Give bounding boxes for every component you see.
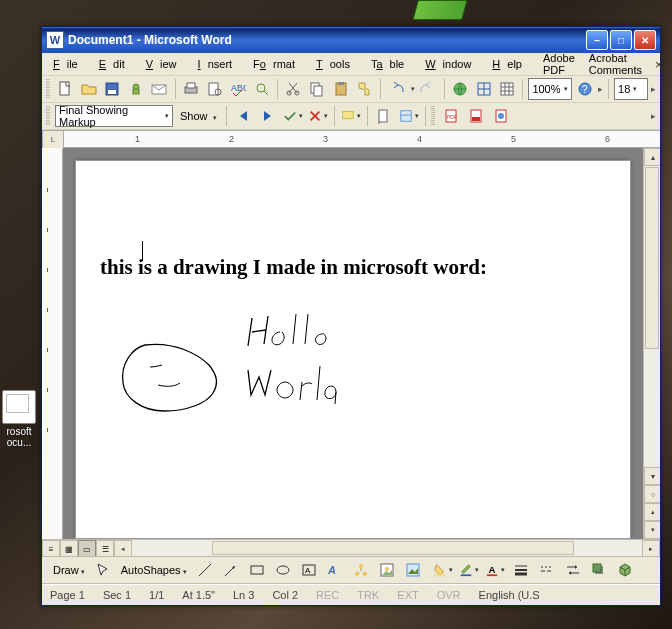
document-drawing[interactable] [100,300,390,450]
document-page[interactable]: this is a drawing I made in microsoft wo… [75,160,631,539]
show-menu[interactable]: Show ▾ [176,110,221,122]
svg-rect-58 [486,574,497,576]
open-icon[interactable] [78,78,99,100]
redo-icon[interactable] [418,78,439,100]
diagram-icon[interactable] [350,559,372,581]
status-lang[interactable]: English (U.S [477,589,542,601]
font-size-combo[interactable]: 18▾ [614,78,648,100]
vertical-ruler[interactable] [42,148,63,539]
menu-tools[interactable]: Tools [309,56,364,72]
scroll-v-thumb[interactable] [645,167,659,349]
textbox-icon[interactable]: A [298,559,320,581]
clipart-icon[interactable] [376,559,398,581]
toolbar-expand[interactable]: ▸ [598,84,603,94]
menu-view[interactable]: View [139,56,191,72]
fill-color-icon[interactable]: ▾ [432,559,454,581]
hyperlink-icon[interactable] [450,78,471,100]
scroll-h-thumb[interactable] [212,541,574,555]
menu-adobe-pdf[interactable]: Adobe PDF [536,50,582,78]
draw-menu[interactable]: Draw▾ [50,564,88,576]
tables-borders-icon[interactable] [473,78,494,100]
select-objects-icon[interactable] [92,559,114,581]
scroll-down-button[interactable]: ▼ [644,467,660,485]
horizontal-scrollbar[interactable]: ◂ ▸ [114,540,660,556]
menu-format[interactable]: Format [246,56,309,72]
toolbar-grip[interactable] [46,79,50,99]
3d-icon[interactable] [614,559,636,581]
format-painter-icon[interactable] [354,78,375,100]
toolbar-expand-3[interactable]: ▸ [651,111,656,121]
status-page: Page 1 [48,589,87,601]
print-preview-icon[interactable] [204,78,225,100]
reviewing-pane-icon[interactable]: ▾ [398,105,420,127]
wordart-icon[interactable]: A [324,559,346,581]
line-style-icon[interactable] [510,559,532,581]
arrow-style-icon[interactable] [562,559,584,581]
pdf-icon-2[interactable] [465,105,487,127]
toolbar-grip-3[interactable] [431,106,435,126]
insert-picture-icon[interactable] [402,559,424,581]
menu-edit[interactable]: Edit [92,56,139,72]
browse-object-button[interactable]: ○ [644,485,660,503]
pdf-icon-1[interactable]: PDF [440,105,462,127]
rectangle-icon[interactable] [246,559,268,581]
cut-icon[interactable] [283,78,304,100]
new-comment-icon[interactable]: ▾ [340,105,362,127]
document-text[interactable]: this is a drawing I made in microsoft wo… [100,255,606,280]
undo-icon[interactable] [385,78,406,100]
email-icon[interactable] [149,78,170,100]
autoshapes-menu[interactable]: AutoShapes▾ [118,564,190,576]
menu-file[interactable]: File [46,56,92,72]
reject-change-icon[interactable]: ▾ [307,105,329,127]
shadow-icon[interactable] [588,559,610,581]
toolbar-grip-2[interactable] [46,106,50,126]
horizontal-ruler[interactable]: L 1 2 3 4 5 6 [63,130,660,148]
arrow-icon[interactable] [220,559,242,581]
scroll-up-button[interactable]: ▲ [644,148,660,166]
save-icon[interactable] [102,78,123,100]
menu-window[interactable]: Window [418,56,485,72]
doc-close-button[interactable]: × [649,57,669,72]
markup-display-combo[interactable]: Final Showing Markup▾ [55,105,173,127]
tab-selector[interactable]: L [42,130,64,149]
next-page-button[interactable]: ▾ [644,521,660,539]
print-icon[interactable] [181,78,202,100]
menu-help[interactable]: Help [485,56,536,72]
prev-page-button[interactable]: ▴ [644,503,660,521]
track-changes-icon[interactable] [373,105,395,127]
minimize-button[interactable]: – [586,30,608,50]
menu-table[interactable]: Table [364,56,418,72]
status-trk[interactable]: TRK [355,589,381,601]
status-ext[interactable]: EXT [395,589,420,601]
status-rec[interactable]: REC [314,589,341,601]
permission-icon[interactable] [126,78,147,100]
maximize-button[interactable]: □ [610,30,632,50]
status-ovr[interactable]: OVR [435,589,463,601]
toolbar-expand-2[interactable]: ▸ [651,84,656,94]
paste-icon[interactable] [330,78,351,100]
dash-style-icon[interactable] [536,559,558,581]
research-icon[interactable] [252,78,273,100]
line-color-icon[interactable]: ▾ [458,559,480,581]
accept-change-icon[interactable]: ▾ [282,105,304,127]
zoom-combo[interactable]: 100%▾ [528,78,571,100]
menu-acrobat-comments[interactable]: Acrobat Comments [582,50,649,78]
vertical-scrollbar[interactable]: ▲ ▼ ○ ▴ ▾ [643,148,660,539]
next-change-icon[interactable] [257,105,279,127]
oval-icon[interactable] [272,559,294,581]
spellcheck-icon[interactable]: ABC [228,78,249,100]
help-icon[interactable]: ? [575,78,596,100]
menu-insert[interactable]: Insert [191,56,247,72]
status-pages: 1/1 [147,589,166,601]
undo-dropdown[interactable]: ▾ [411,85,415,93]
desktop-doc-icon[interactable]: rosoft ocu... [2,390,36,448]
new-doc-icon[interactable] [55,78,76,100]
svg-rect-34 [400,111,411,122]
line-icon[interactable] [194,559,216,581]
pdf-icon-3[interactable] [490,105,512,127]
font-color-icon[interactable]: A▾ [484,559,506,581]
close-button[interactable]: ✕ [634,30,656,50]
copy-icon[interactable] [307,78,328,100]
insert-table-icon[interactable] [497,78,518,100]
prev-change-icon[interactable] [232,105,254,127]
